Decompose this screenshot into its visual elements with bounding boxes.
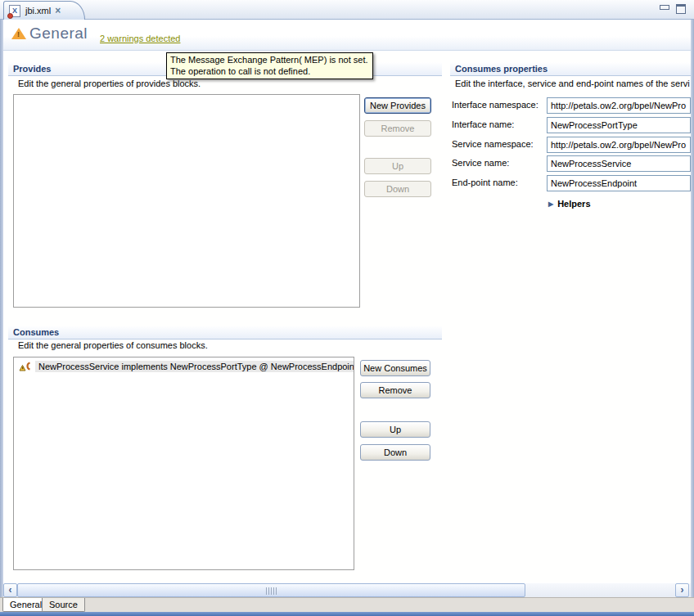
interface-namespace-input[interactable] <box>547 97 691 114</box>
new-provides-button[interactable]: New Provides <box>364 97 431 114</box>
consumes-list[interactable]: NewProcessService implements NewProcessP… <box>13 357 354 570</box>
xml-icon-dot <box>7 13 13 19</box>
editor-tabbar: X jbi.xml × <box>0 0 694 20</box>
consume-warning-icon <box>19 360 33 373</box>
provides-section-title: Provides <box>13 64 51 74</box>
scroll-left-icon[interactable]: ‹ <box>3 583 17 597</box>
editor-window: X jbi.xml × ! General 2 warnings detecte… <box>0 0 694 616</box>
provides-up-button: Up <box>364 158 431 174</box>
interface-name-input[interactable] <box>547 117 691 133</box>
helpers-label: Helpers <box>557 199 590 209</box>
consumes-section-description: Edit the general properties of consumes … <box>18 340 362 350</box>
tooltip-line-2: The operation to call is not defined. <box>170 65 368 77</box>
consumes-list-item[interactable]: NewProcessService implements NewProcessP… <box>19 360 352 373</box>
form-editor: ! General 2 warnings detected Provides E… <box>3 20 691 582</box>
service-namespace-input[interactable] <box>547 137 691 153</box>
page-title: General <box>29 25 88 43</box>
new-consumes-button[interactable]: New Consumes <box>360 360 430 376</box>
helpers-section-toggle[interactable]: ▶Helpers <box>548 199 591 209</box>
service-name-label: Service name: <box>452 158 509 168</box>
consumes-up-button[interactable]: Up <box>360 421 430 438</box>
scrollbar-thumb[interactable] <box>17 583 525 597</box>
consumes-properties-title: Consumes properties <box>455 64 548 74</box>
provides-down-button: Down <box>364 181 431 197</box>
provides-list[interactable] <box>13 94 360 308</box>
xml-file-icon: X <box>9 5 20 17</box>
tooltip-line-1: The Message Exchange Pattern( MEP) is no… <box>170 54 368 65</box>
scroll-right-icon[interactable]: › <box>675 583 689 597</box>
consumes-section-band <box>8 326 442 339</box>
endpoint-name-input[interactable] <box>547 175 691 191</box>
warnings-link[interactable]: 2 warnings detected <box>100 34 180 43</box>
provides-section-description: Edit the general properties of provides … <box>18 79 362 88</box>
consumes-section-title: Consumes <box>13 327 59 337</box>
interface-namespace-label: Interface namespace: <box>452 100 539 110</box>
xml-icon-letter: X <box>12 7 17 15</box>
consumes-down-button[interactable]: Down <box>360 444 430 461</box>
service-namespace-label: Service namespace: <box>452 139 534 149</box>
consumes-remove-button[interactable]: Remove <box>360 382 430 398</box>
service-name-input[interactable] <box>547 155 691 172</box>
minimize-icon[interactable] <box>660 5 669 10</box>
horizontal-scrollbar[interactable]: ‹ › <box>3 582 691 597</box>
editor-tab-label: jbi.xml <box>25 6 51 16</box>
tab-source[interactable]: Source <box>42 598 85 612</box>
page-tabbar: General Source <box>0 597 694 612</box>
editor-tab-jbi-xml[interactable]: X jbi.xml × <box>3 1 85 20</box>
window-frame-bottom <box>0 612 694 616</box>
consumes-item-label: NewProcessService implements NewProcessP… <box>35 361 354 372</box>
scrollbar-grip <box>266 587 277 595</box>
chevron-right-icon: ▶ <box>548 200 553 208</box>
form-header: ! General 2 warnings detected <box>3 20 691 51</box>
maximize-icon[interactable] <box>676 4 686 14</box>
window-frame-right <box>691 20 694 612</box>
view-buttons <box>660 4 686 14</box>
validation-tooltip: The Message Exchange Pattern( MEP) is no… <box>166 52 373 79</box>
warning-icon: ! <box>11 27 26 39</box>
endpoint-name-label: End-point name: <box>452 178 518 187</box>
consumes-properties-description: Edit the interface, service and end-poin… <box>455 79 691 88</box>
interface-name-label: Interface name: <box>452 119 514 129</box>
provides-remove-button: Remove <box>364 120 431 137</box>
close-icon[interactable]: × <box>55 6 61 16</box>
